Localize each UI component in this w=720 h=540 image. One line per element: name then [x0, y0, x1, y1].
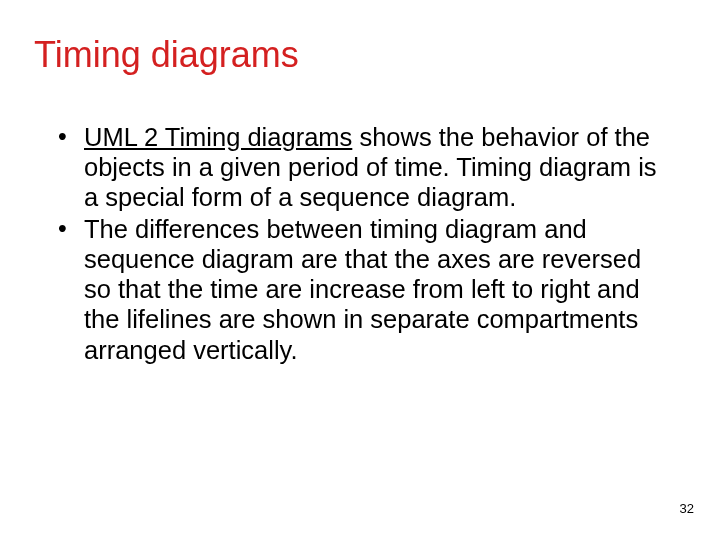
page-number: 32	[680, 501, 694, 516]
bullet-list: UML 2 Timing diagrams shows the behavior…	[58, 122, 668, 365]
uml-link[interactable]: UML 2 Timing diagrams	[84, 123, 352, 151]
bullet-text: The differences between timing diagram a…	[84, 215, 641, 363]
slide: Timing diagrams UML 2 Timing diagrams sh…	[0, 0, 720, 540]
bullet-item: UML 2 Timing diagrams shows the behavior…	[58, 122, 668, 212]
bullet-item: The differences between timing diagram a…	[58, 214, 668, 364]
slide-title: Timing diagrams	[34, 34, 299, 76]
slide-body: UML 2 Timing diagrams shows the behavior…	[58, 122, 668, 367]
